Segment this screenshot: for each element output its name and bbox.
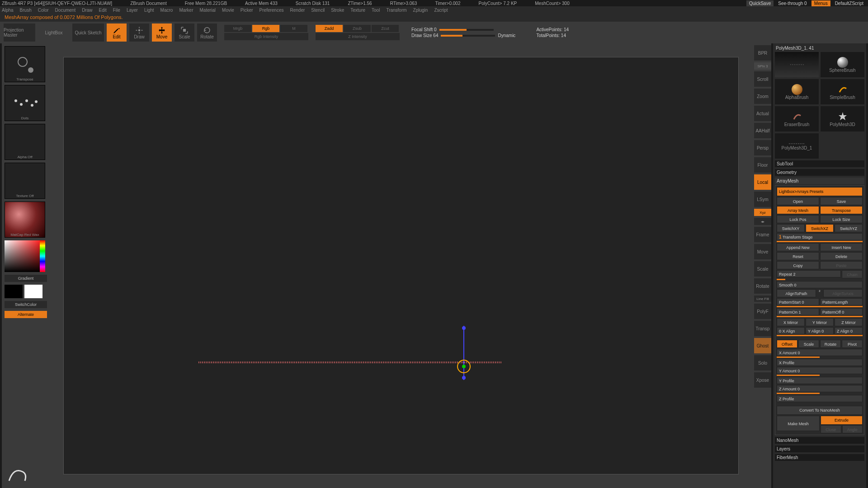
convert-nanomesh-button[interactable]: Convert To NanoMesh: [777, 406, 863, 415]
scale-view-button[interactable]: Scale: [754, 261, 771, 277]
frame-button[interactable]: Frame: [754, 227, 771, 242]
z-intensity-slider[interactable]: Z Intensity: [316, 33, 400, 40]
save-button[interactable]: Save: [820, 197, 863, 205]
lightbox-presets-button[interactable]: Lightbox>Arrays Presets: [777, 187, 863, 196]
makemesh-button[interactable]: Make Mesh: [777, 416, 820, 431]
move-view-button[interactable]: Move: [754, 244, 771, 259]
persp-button[interactable]: Persp: [754, 140, 771, 155]
canvas-area[interactable]: [50, 43, 752, 488]
menu-draw[interactable]: Draw: [82, 8, 92, 13]
menu-marker[interactable]: Marker: [179, 8, 193, 13]
xprofile-slider[interactable]: X Profile: [777, 359, 863, 366]
zalign-slider[interactable]: Z Align 0: [835, 327, 863, 334]
insert-new-button[interactable]: Insert New: [820, 243, 863, 251]
reset-button[interactable]: Reset: [777, 252, 819, 260]
transpose-gizmo[interactable]: [455, 357, 473, 375]
switchxy-button[interactable]: SwitchXY: [777, 224, 805, 232]
xalign-slider[interactable]: 0 X Align: [777, 327, 805, 334]
aahalf-button[interactable]: AAHalf: [754, 123, 771, 138]
tool-slot-alphabrush[interactable]: AlphaBrush: [775, 79, 819, 104]
xpose-button[interactable]: Xpose: [754, 372, 771, 388]
menu-texture[interactable]: Texture: [350, 8, 365, 13]
zsub-button[interactable]: Zsub: [344, 25, 371, 32]
xyz-button[interactable]: Xyz: [754, 209, 771, 216]
scale-button[interactable]: Scale: [175, 23, 194, 42]
solo-button[interactable]: Solo: [754, 355, 771, 371]
menu-stencil[interactable]: Stencil: [311, 8, 325, 13]
scale-tab[interactable]: Scale: [798, 340, 819, 348]
menu-edit[interactable]: Edit: [99, 8, 107, 13]
menu-preferences[interactable]: Preferences: [259, 8, 284, 13]
edit-button[interactable]: Edit: [107, 23, 127, 42]
texture-thumb[interactable]: [5, 163, 45, 199]
scroll-button[interactable]: Scroll: [754, 71, 771, 87]
quicksketch-button[interactable]: Quick Sketch: [72, 23, 104, 42]
actual-button[interactable]: Actual: [754, 106, 771, 121]
copy-button[interactable]: Copy: [777, 261, 819, 269]
color-picker[interactable]: [5, 240, 45, 272]
transform-stage-slider[interactable]: 1 1 Transform StageTransform Stage: [777, 233, 863, 240]
extrude-button[interactable]: Extrude: [821, 416, 863, 425]
lsym-button[interactable]: LSym: [754, 192, 771, 207]
dynamic-label[interactable]: Dynamic: [498, 33, 515, 38]
menu-layer[interactable]: Layer: [127, 8, 138, 13]
menu-movie[interactable]: Movie: [222, 8, 234, 13]
menu-macro[interactable]: Macro: [160, 8, 173, 13]
m-button[interactable]: M: [280, 25, 307, 32]
hue-slider[interactable]: [40, 240, 45, 272]
switchcolor-button[interactable]: SwitchColor: [5, 301, 47, 308]
tool-slot-polymesh3d[interactable]: PolyMesh3D: [821, 106, 864, 131]
tool-slot-simplebrush[interactable]: SimpleBrush: [821, 79, 864, 104]
alpha-thumb[interactable]: [5, 124, 45, 160]
local-button[interactable]: Local: [754, 174, 771, 190]
switchxz-button[interactable]: SwitchXZ: [806, 224, 834, 232]
rgb-button[interactable]: Rgb: [252, 25, 279, 32]
polyf-button[interactable]: PolyF: [754, 304, 771, 319]
tool-slot-eraserbrush[interactable]: EraserBrush: [775, 106, 819, 131]
zmirror-button[interactable]: Z Mirror: [835, 318, 863, 326]
open-button[interactable]: Open: [777, 197, 819, 205]
mrgb-button[interactable]: Mrgb: [224, 25, 251, 32]
alternate-button[interactable]: Alternate: [5, 311, 47, 318]
patternlength-slider[interactable]: PatternLength: [820, 298, 863, 305]
transpose-toggle[interactable]: Transpose: [820, 206, 863, 214]
subtool-header[interactable]: SubTool: [775, 160, 864, 167]
defaultscript-button[interactable]: DefaultZScript: [832, 0, 866, 6]
repeat-slider[interactable]: Repeat 2: [777, 270, 841, 277]
menu-stroke[interactable]: Stroke: [331, 8, 344, 13]
angle-button[interactable]: Angle: [842, 425, 863, 433]
aligntoaxis-button[interactable]: AlignToAxis: [823, 289, 863, 297]
move-button[interactable]: Move: [152, 23, 172, 42]
menu-zscript[interactable]: Zscript: [434, 8, 448, 13]
yalign-slider[interactable]: Y Align 0: [806, 327, 834, 334]
linefill-button[interactable]: Line Fill: [754, 296, 771, 302]
transp-button[interactable]: Transp: [754, 321, 771, 336]
primary-color[interactable]: [24, 285, 42, 298]
menu-tool[interactable]: Tool: [372, 8, 380, 13]
offset-tab[interactable]: Offset: [777, 340, 797, 348]
delete-button[interactable]: Delete: [820, 252, 863, 260]
projection-master-button[interactable]: Projection Master: [4, 23, 35, 42]
spix-slider[interactable]: SPix 3: [754, 62, 771, 70]
menu-picker[interactable]: Picker: [241, 8, 253, 13]
yamount-slider[interactable]: Y Amount 0: [777, 367, 863, 374]
rotate-view-button[interactable]: Rotate: [754, 278, 771, 294]
tool-slot-polymesh3d1[interactable]: PolyMesh3D_1: [775, 133, 819, 159]
tool-slot-current[interactable]: [775, 52, 819, 77]
gradient-button[interactable]: Gradient: [5, 275, 47, 282]
geometry-header[interactable]: Geometry: [775, 169, 864, 176]
menu-transform[interactable]: Transform: [386, 8, 406, 13]
tool-slot-spherebrush[interactable]: SphereBrush: [821, 52, 864, 77]
lightbox-button[interactable]: LightBox: [38, 23, 70, 42]
zprofile-slider[interactable]: Z Profile: [777, 395, 863, 402]
patternstart-slider[interactable]: PatternStart 0: [777, 298, 819, 305]
switchyz-button[interactable]: SwitchYZ: [835, 224, 863, 232]
fibermesh-header[interactable]: FiberMesh: [775, 454, 864, 461]
focal-shift-slider[interactable]: [439, 29, 494, 31]
xyz-arrows[interactable]: ◂▸: [754, 218, 771, 225]
menu-color[interactable]: Color: [38, 8, 49, 13]
patternon-slider[interactable]: PatternOn 1: [777, 308, 819, 315]
menu-material[interactable]: Material: [200, 8, 216, 13]
layers-header[interactable]: Layers: [775, 446, 864, 452]
nanomesh-header[interactable]: NanoMesh: [775, 437, 864, 444]
